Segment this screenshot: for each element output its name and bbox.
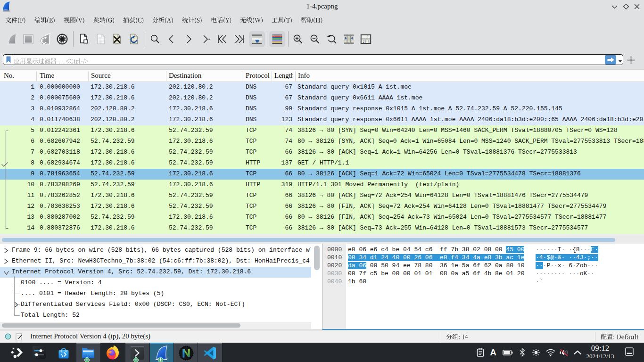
menu-item-capture[interactable]: [119, 15, 148, 27]
details-horizontal-scrollbar[interactable]: [0, 322, 311, 329]
menu-item-telephony[interactable]: [206, 15, 236, 27]
capture-comment-icon[interactable]: [16, 333, 23, 341]
packet-row-8[interactable]: 80.682934674172.30.218.652.74.232.59HTTP…: [0, 158, 644, 169]
close-button[interactable]: [632, 0, 643, 13]
details-row-1[interactable]: Ethernet II, Src: NewH3CTechno_7b:38:02 …: [0, 256, 311, 267]
tray-input-method-a-icon[interactable]: A: [487, 343, 500, 362]
details-row-5[interactable]: Differentiated Services Field: 0x00 (DSC…: [0, 299, 311, 310]
menu-item-statistics[interactable]: [178, 15, 206, 27]
column-separator[interactable]: [295, 71, 296, 81]
packet-row-14[interactable]: 140.880372876172.30.218.652.74.232.59TCP…: [0, 223, 644, 234]
column-header-no[interactable]: No.: [4, 72, 34, 80]
taskbar-app-wireshark[interactable]: [150, 343, 174, 362]
tray-wifi-icon[interactable]: [544, 343, 557, 362]
goto-packet-button[interactable]: [198, 31, 214, 47]
filter-apply-button[interactable]: [605, 55, 616, 65]
open-file-button[interactable]: [76, 31, 92, 47]
autoscroll-button[interactable]: [249, 31, 265, 47]
titlebar[interactable]: 1-4.pcapng: [0, 0, 644, 14]
close-file-button[interactable]: 010101100111: [109, 31, 125, 47]
tray-battery-icon[interactable]: [501, 343, 514, 362]
first-packet-button[interactable]: [214, 31, 230, 47]
colorize-button[interactable]: [269, 31, 285, 47]
packet-row-4[interactable]: 40.011740638202.120.80.2172.30.218.6DNS1…: [0, 115, 644, 125]
menu-item-file[interactable]: [1, 15, 30, 27]
packet-row-2[interactable]: 20.000075600172.30.218.6202.120.80.2DNS6…: [0, 93, 644, 104]
menu-item-analyze[interactable]: [148, 15, 178, 27]
column-separator[interactable]: [36, 71, 37, 81]
resize-columns-button[interactable]: [341, 31, 357, 47]
packet-row-5[interactable]: 50.012242361172.30.218.652.74.232.59TCP7…: [0, 125, 644, 136]
column-separator[interactable]: [272, 71, 272, 81]
packet-list-header[interactable]: No.TimeSourceDestinationProtocolLengthIn…: [0, 69, 644, 82]
reload-file-button[interactable]: 010101100111: [126, 31, 142, 47]
column-separator[interactable]: [166, 71, 166, 81]
restart-capture-button[interactable]: [37, 31, 53, 47]
layout-123-button[interactable]: 123: [358, 31, 374, 47]
column-header-destination[interactable]: Destination: [169, 72, 240, 80]
tray-clipboard-icon[interactable]: [474, 343, 487, 362]
taskbar-app-launcher[interactable]: [4, 343, 29, 362]
column-separator[interactable]: [242, 71, 242, 81]
status-profile[interactable]: [601, 333, 639, 341]
next-packet-button[interactable]: [181, 31, 197, 47]
expert-info-circle-icon[interactable]: [5, 333, 11, 340]
find-packet-button[interactable]: [147, 31, 163, 47]
taskbar-app-vscode[interactable]: [198, 343, 222, 362]
details-row-4[interactable]: .... 0101 = Header Length: 20 bytes (5): [0, 288, 311, 299]
filter-add-button[interactable]: [627, 56, 635, 64]
column-header-info[interactable]: Info: [298, 72, 310, 80]
maximize-button[interactable]: [620, 0, 632, 13]
packet-row-3[interactable]: 30.010932864202.120.80.2172.30.218.6DNS9…: [0, 104, 644, 115]
start-capture-fin-button[interactable]: [4, 31, 20, 47]
column-header-length[interactable]: Length: [274, 72, 293, 80]
taskbar-app-firefox[interactable]: [100, 343, 125, 362]
tray-bluetooth-icon[interactable]: [515, 343, 528, 362]
packet-row-13[interactable]: 130.88028700252.74.232.59172.30.218.6TCP…: [0, 212, 644, 223]
show-desktop-button[interactable]: [625, 347, 634, 356]
stop-capture-button[interactable]: [20, 31, 36, 47]
last-packet-button[interactable]: [231, 31, 248, 47]
zoom-reset-button[interactable]: [324, 31, 340, 47]
taskbar-app-terminal[interactable]: [125, 343, 149, 362]
packet-row-7[interactable]: 70.682703118172.30.218.652.74.232.59TCP6…: [0, 147, 644, 158]
packet-row-11[interactable]: 110.783262852172.30.218.652.74.232.59TCP…: [0, 190, 644, 201]
tray-chevron-up-icon[interactable]: [571, 343, 584, 362]
taskbar-app-control-center[interactable]: [26, 343, 51, 362]
previous-packet-button[interactable]: [164, 31, 180, 47]
packet-row-12[interactable]: 120.783638253172.30.218.652.74.232.59TCP…: [0, 201, 644, 212]
hex-row-0010[interactable]: 001000 34 d1 24 40 00 26 06 e0 f4 34 4a …: [322, 254, 644, 262]
filter-bookmark-icon[interactable]: [6, 56, 11, 63]
display-filter-input[interactable]: [3, 54, 623, 65]
column-separator[interactable]: [88, 71, 89, 81]
tray-brightness-icon[interactable]: [529, 343, 543, 362]
tree-expander-collapsed-icon[interactable]: [3, 247, 8, 254]
taskbar-app-file-manager[interactable]: [76, 343, 100, 362]
details-row-6[interactable]: Total Length: 52: [0, 310, 311, 321]
details-row-0[interactable]: Frame 9: 66 bytes on wire (528 bits), 66…: [0, 245, 311, 256]
tree-expander-collapsed-icon[interactable]: [3, 258, 8, 264]
taskbar-clock[interactable]: 09:12 2024/12/13: [584, 344, 617, 360]
save-file-button[interactable]: 010101100111: [93, 31, 109, 47]
menu-item-tools[interactable]: [267, 15, 297, 27]
hex-row-0030[interactable]: 003000 7f c5 be 00 00 01 01 08 0a a5 6f …: [322, 270, 644, 278]
taskbar-app-neovim[interactable]: [174, 343, 198, 362]
filter-dropdown-caret-icon[interactable]: [618, 60, 622, 63]
minimize-button[interactable]: [609, 0, 620, 13]
tray-volume-muted-icon[interactable]: [558, 343, 571, 362]
tree-expander-expanded-icon[interactable]: [3, 270, 9, 275]
pane-splitter-handle[interactable]: [2, 238, 615, 242]
details-row-3[interactable]: 0100 .... = Version: 4: [0, 278, 311, 288]
details-row-2[interactable]: Internet Protocol Version 4, Src: 52.74.…: [0, 267, 311, 278]
details-hscroll-thumb[interactable]: [2, 323, 240, 328]
zoom-out-button[interactable]: [307, 31, 323, 47]
capture-options-gear-button[interactable]: [54, 31, 70, 47]
menu-item-go[interactable]: [89, 15, 119, 27]
column-header-protocol[interactable]: Protocol: [246, 72, 270, 80]
packet-row-10[interactable]: 100.78320826952.74.232.59172.30.218.6HTT…: [0, 180, 644, 190]
taskbar-app-app-store[interactable]: [51, 343, 76, 362]
zoom-in-button[interactable]: [290, 31, 306, 47]
hex-row-0020[interactable]: 0020da 06 00 50 94 ee 78 80 36 1e 5a 6f …: [322, 262, 644, 270]
packet-row-1[interactable]: 10.000000000172.30.218.6202.120.80.2DNS6…: [0, 82, 644, 93]
menu-item-help[interactable]: [297, 15, 327, 27]
